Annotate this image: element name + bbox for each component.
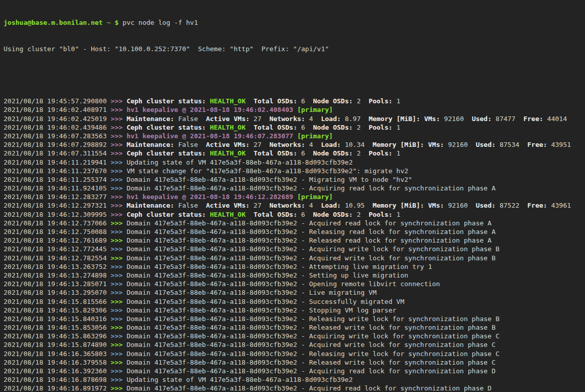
log-message-segment: 27 <box>249 115 269 123</box>
log-output: 2021/08/18 19:45:57.290800 >>> Ceph clus… <box>4 97 585 392</box>
log-chevron-icon: >>> <box>111 332 126 340</box>
log-line: 2021/08/18 19:46:11.219941 >>> Updating … <box>4 158 585 167</box>
log-message-segment: Node OSDs: <box>313 149 353 157</box>
log-message-segment: Domain 417e5a3f-88eb-467a-a118-8d093cfb3… <box>127 332 500 340</box>
log-message-segment: Ceph cluster status: <box>127 211 206 218</box>
log-message-segment: 1 <box>392 97 400 105</box>
log-timestamp: 2021/08/18 19:46:12.782554 <box>4 254 111 262</box>
log-timestamp: 2021/08/18 19:45:57.290800 <box>4 97 111 105</box>
log-line: 2021/08/18 19:46:13.285071 >>> Domain 41… <box>4 280 585 288</box>
log-chevron-icon: >>> <box>111 350 126 358</box>
log-message-segment: Used: <box>472 115 492 123</box>
log-chevron-icon: >>> <box>111 202 126 209</box>
log-message-segment: Updating state of VM 417e5a3f-88eb-467a-… <box>127 376 353 383</box>
log-timestamp: 2021/08/18 19:46:11.219941 <box>4 159 111 166</box>
log-timestamp: 2021/08/18 19:46:07.283563 <box>4 132 111 140</box>
log-line: 2021/08/18 19:46:11.924105 >>> Domain 41… <box>4 184 585 192</box>
log-line: 2021/08/18 19:46:12.283277 >>> hv1 keepa… <box>4 192 585 201</box>
log-message-segment: Load: <box>321 141 341 148</box>
log-message-segment: Domain 417e5a3f-88eb-467a-a118-8d093cfb3… <box>127 289 377 296</box>
log-line: 2021/08/18 19:46:07.298892 >>> Maintenan… <box>4 140 585 149</box>
log-message-segment: Domain 417e5a3f-88eb-467a-a118-8d093cfb3… <box>127 341 496 348</box>
log-message-segment: Memory [MiB]: VMs: <box>373 141 444 148</box>
log-message-segment: hv1 keepalive @ 2021-08-18 19:46:12.2826… <box>127 193 298 201</box>
log-message-segment: 1 <box>392 124 400 131</box>
log-chevron-icon: >>> <box>111 149 126 157</box>
log-line: 2021/08/18 19:46:02.425019 >>> Maintenan… <box>4 114 585 123</box>
log-line: 2021/08/18 19:46:11.255374 >>> Domain 41… <box>4 175 585 184</box>
log-message-segment: 4 <box>305 202 321 209</box>
log-line: 2021/08/18 19:46:15.853056 >>> Domain 41… <box>4 323 585 332</box>
log-timestamp: 2021/08/18 19:46:02.408971 <box>4 106 111 113</box>
log-chevron-icon: >>> <box>111 367 126 375</box>
log-message-segment: HEALTH_OK <box>210 124 245 131</box>
log-message-segment: hv1 keepalive @ 2021-08-18 19:46:07.2830… <box>127 132 298 140</box>
log-line: 2021/08/18 19:46:07.283563 >>> hv1 keepa… <box>4 132 585 140</box>
log-message-segment: Load: <box>321 115 341 123</box>
log-line: 2021/08/18 19:46:11.237670 >>> VM state … <box>4 167 585 175</box>
log-line: 2021/08/18 19:46:02.439486 >>> Ceph clus… <box>4 123 585 132</box>
log-timestamp: 2021/08/18 19:46:15.874890 <box>4 341 111 348</box>
log-message-segment: 6 <box>297 97 313 105</box>
cluster-info-line: Using cluster "bl0" - Host: "10.100.0.25… <box>4 45 585 53</box>
log-message-segment: Domain 417e5a3f-88eb-467a-a118-8d093cfb3… <box>127 324 496 331</box>
log-chevron-icon: >>> <box>111 237 126 244</box>
log-line: 2021/08/18 19:46:12.309995 >>> Ceph clus… <box>4 210 585 219</box>
log-line: 2021/08/18 19:46:07.311554 >>> Ceph clus… <box>4 149 585 158</box>
log-chevron-icon: >>> <box>111 263 126 270</box>
log-chevron-icon: >>> <box>111 254 126 262</box>
shell-prompt-line: joshua@base.m.bonilan.net ~ $ pvc node l… <box>4 18 585 27</box>
log-message-segment: HEALTH_OK <box>210 211 245 218</box>
log-message-segment: Free: <box>527 202 547 209</box>
log-message-segment: 1 <box>392 211 400 218</box>
log-line: 2021/08/18 19:46:13.274898 >>> Domain 41… <box>4 271 585 280</box>
log-message-segment: Domain 417e5a3f-88eb-467a-a118-8d093cfb3… <box>127 176 413 183</box>
log-message-segment: Ceph cluster status: <box>127 124 206 131</box>
log-message-segment: Maintenance: <box>127 202 174 209</box>
log-chevron-icon: >>> <box>111 115 126 123</box>
log-line: 2021/08/18 19:46:16.878698 >>> Updating … <box>4 375 585 384</box>
log-message-segment: Pools: <box>369 124 392 131</box>
log-timestamp: 2021/08/18 19:46:15.815566 <box>4 298 111 305</box>
terminal-screen[interactable]: joshua@base.m.bonilan.net ~ $ pvc node l… <box>0 0 585 392</box>
blank-line <box>4 71 585 80</box>
log-message-segment: 44014 <box>543 115 567 123</box>
log-message-segment: Domain 417e5a3f-88eb-467a-a118-8d093cfb3… <box>127 263 432 270</box>
log-message-segment: False <box>174 115 206 123</box>
log-timestamp: 2021/08/18 19:46:02.425019 <box>4 115 111 123</box>
log-message-segment: Networks: <box>269 202 305 209</box>
log-message-segment: 87522 <box>496 202 528 209</box>
log-chevron-icon: >>> <box>111 184 126 192</box>
log-message-segment: 2 <box>353 124 369 131</box>
prompt-user-host: joshua@base.m.bonilan.net <box>4 19 103 26</box>
log-message-segment: VM state change for "417e5a3f-88eb-467a-… <box>127 167 409 175</box>
log-line: 2021/08/18 19:45:57.290800 >>> Ceph clus… <box>4 97 585 105</box>
log-message-segment: Total OSDs: <box>253 149 297 157</box>
log-message-segment: 10.34 <box>341 141 373 148</box>
log-timestamp: 2021/08/18 19:46:11.924105 <box>4 184 111 192</box>
log-message-segment: Updating state of VM 417e5a3f-88eb-467a-… <box>127 159 353 166</box>
log-line: 2021/08/18 19:46:12.761689 >>> Domain 41… <box>4 236 585 245</box>
log-chevron-icon: >>> <box>111 97 126 105</box>
log-message-segment <box>206 149 210 157</box>
log-line: 2021/08/18 19:46:12.772445 >>> Domain 41… <box>4 245 585 253</box>
log-message-segment: Load: <box>321 202 341 209</box>
log-message-segment: hv1 keepalive @ 2021-08-18 19:46:02.4084… <box>127 106 298 113</box>
log-chevron-icon: >>> <box>111 315 126 323</box>
log-message-segment: Domain 417e5a3f-88eb-467a-a118-8d093cfb3… <box>127 228 496 236</box>
log-message-segment: [primary] <box>297 132 333 140</box>
log-message-segment: 1 <box>392 149 400 157</box>
log-line: 2021/08/18 19:46:13.263752 >>> Domain 41… <box>4 262 585 271</box>
log-message-segment: HEALTH_OK <box>210 97 245 105</box>
log-line: 2021/08/18 19:46:12.782554 >>> Domain 41… <box>4 254 585 262</box>
log-line: 2021/08/18 19:46:16.365803 >>> Domain 41… <box>4 349 585 358</box>
prompt-cwd: ~ <box>103 19 111 26</box>
log-message-segment: Domain 417e5a3f-88eb-467a-a118-8d093cfb3… <box>127 237 492 244</box>
log-message-segment: 92160 <box>440 115 472 123</box>
log-timestamp: 2021/08/18 19:46:07.298892 <box>4 141 111 148</box>
log-timestamp: 2021/08/18 19:46:12.772445 <box>4 245 111 253</box>
log-message-segment: 87534 <box>496 141 528 148</box>
log-message-segment: Total OSDs: <box>253 97 297 105</box>
log-message-segment: False <box>174 141 206 148</box>
log-message-segment: Domain 417e5a3f-88eb-467a-a118-8d093cfb3… <box>127 219 492 227</box>
